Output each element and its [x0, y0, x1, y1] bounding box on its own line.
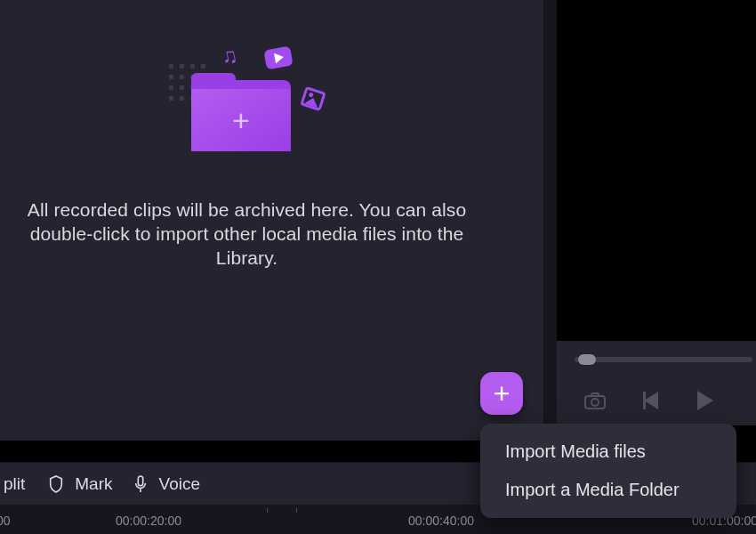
ruler-tick: 00:00:40:00 [408, 514, 474, 528]
video-play-icon [263, 46, 293, 70]
transport-controls [583, 391, 756, 410]
image-icon [300, 86, 326, 111]
svg-point-1 [591, 399, 599, 406]
microphone-icon [133, 474, 150, 494]
ruler-tick: :00 [0, 514, 10, 528]
folder-icon: + [191, 73, 291, 151]
svg-rect-2 [138, 476, 142, 486]
preview-seek-thumb[interactable] [578, 354, 596, 365]
voice-button[interactable]: Voice [133, 474, 200, 494]
app-root: ♫ + All recorded clips will be archived … [0, 0, 756, 534]
preview-viewport [557, 0, 756, 341]
add-media-button[interactable]: + [480, 372, 523, 415]
ruler-tick: 00:00:20:00 [116, 514, 181, 528]
import-media-folder-item[interactable]: Import a Media Folder [480, 471, 736, 509]
folder-plus-icon: + [232, 105, 250, 135]
plus-icon: + [494, 379, 511, 408]
split-button-fragment[interactable]: plit [4, 474, 25, 494]
preview-seek-track[interactable] [575, 357, 752, 362]
previous-frame-button[interactable] [639, 391, 662, 410]
vertical-divider [543, 0, 557, 425]
library-panel[interactable]: ♫ + All recorded clips will be archived … [0, 0, 543, 441]
empty-library-illustration: ♫ + [169, 37, 329, 162]
mark-button[interactable]: Mark [48, 474, 112, 494]
import-media-files-item[interactable]: Import Media files [480, 433, 736, 471]
mark-icon [48, 474, 66, 494]
stop-button[interactable] [749, 391, 756, 410]
play-button[interactable] [694, 391, 717, 410]
snapshot-button[interactable] [583, 391, 607, 410]
mark-label: Mark [75, 474, 112, 494]
preview-controls [557, 341, 756, 425]
voice-label: Voice [159, 474, 200, 494]
library-empty-message: All recorded clips will be archived here… [27, 198, 467, 271]
music-note-icon: ♫ [216, 43, 244, 70]
import-menu: Import Media files Import a Media Folder [480, 424, 736, 518]
